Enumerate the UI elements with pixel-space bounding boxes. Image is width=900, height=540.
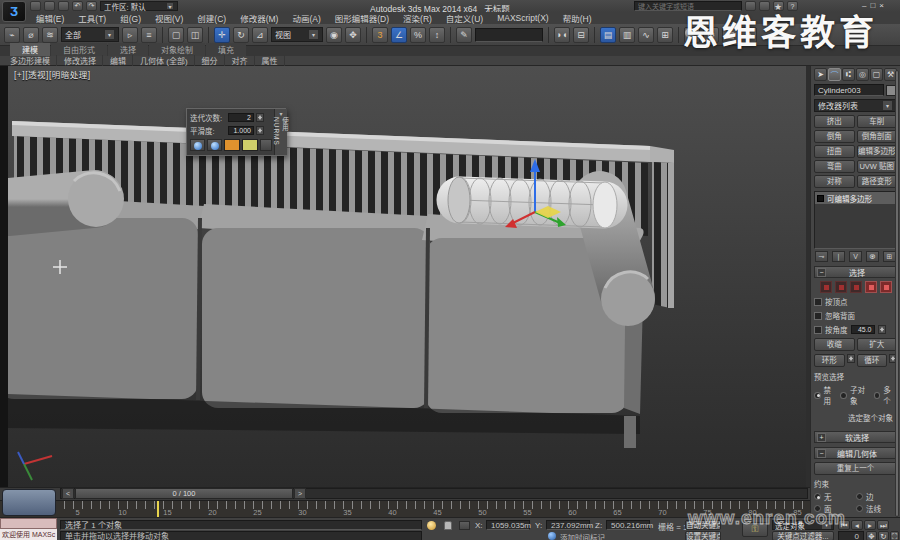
edge-mode-icon[interactable] [835,281,847,293]
selection-rollout-header[interactable]: −选择 [814,266,897,278]
remove-modifier-icon[interactable]: ♼ [866,251,879,262]
ring-button[interactable]: 环形 [814,354,845,367]
grow-button[interactable]: 扩大 [857,338,898,351]
orbit-view-icon[interactable]: ↻ [878,531,889,540]
by-vertex-checkbox[interactable] [814,298,822,306]
prev-frame-icon[interactable]: ◂ [851,520,863,530]
x-coordinate-field[interactable]: 1059.035m [486,520,530,530]
edited-cylinder-object[interactable] [448,177,617,228]
nurms-settings-icon[interactable] [260,139,272,151]
percent-snap-icon[interactable]: % [410,27,426,43]
new-scene-icon[interactable] [30,1,41,11]
curve-editor-icon[interactable]: ∿ [638,27,654,43]
modifier-list-dropdown[interactable]: 修改器列表▾ [814,99,897,112]
unlink-selection-icon[interactable]: ⌀ [23,27,39,43]
ribbon-panel-label[interactable]: 编辑 [104,55,133,66]
window-crossing-icon[interactable]: ◫ [187,27,203,43]
edit-geometry-rollout-header[interactable]: −编辑几何体 [814,447,897,459]
loop-button[interactable]: 循环 [857,354,888,367]
isolate-toggle-icon[interactable] [427,521,436,530]
menu-item[interactable]: MAXScript(X) [491,13,554,23]
rectangular-selection-region-icon[interactable]: ▢ [168,27,184,43]
nurms-title-strip[interactable]: ▾ 使用 NURMS [274,109,287,155]
modifier-button[interactable]: 倒角剖面 [857,130,898,143]
workspace-dropdown[interactable]: 工作区: 默认▾ [100,1,178,11]
select-and-rotate-icon[interactable]: ↻ [233,27,249,43]
vertex-mode-icon[interactable] [820,281,832,293]
ribbon-panel-label[interactable]: 多边形建模 [4,55,57,66]
stack-item[interactable]: 可编辑多边形 [815,192,896,204]
time-slider-next-arrow[interactable]: > [294,488,306,499]
select-object-icon[interactable]: ▹ [122,27,138,43]
modifier-button[interactable]: 扭曲 [814,145,855,158]
time-slider-handle[interactable]: 0 / 100 [75,488,293,499]
time-slider-prev-arrow[interactable]: < [62,488,74,499]
repeat-last-button[interactable]: 重复上一个 [814,462,897,475]
menu-item[interactable]: 修改器(M) [234,12,284,24]
selection-filter-dropdown[interactable]: 全部▾ [61,27,119,42]
modifier-button[interactable]: 弯曲 [814,160,855,173]
selection-lock-icon[interactable] [444,521,452,530]
close-button[interactable]: × [879,1,884,10]
open-file-icon[interactable] [44,1,55,11]
viewport-canvas[interactable] [8,66,806,487]
set-key-button[interactable]: 设置关键点 [685,531,721,540]
preview-subobj-radio[interactable] [840,392,847,399]
current-frame-field[interactable]: 0 [838,531,864,540]
nurms-spinner[interactable] [256,113,264,122]
ribbon-panel-label[interactable]: 修改选择 [58,55,103,66]
modifier-button[interactable]: 车削 [857,115,898,128]
graphite-ribbon-icon[interactable]: ▥ [619,27,635,43]
ribbon-panel-label[interactable]: 对齐 [226,55,255,66]
orange-color-swatch[interactable] [224,139,240,151]
nurms-spinner[interactable] [256,126,264,135]
undo-icon[interactable]: ↶ [72,1,83,11]
shrink-button[interactable]: 收缩 [814,338,855,351]
border-mode-icon[interactable] [850,281,862,293]
mini-listener-button[interactable] [2,489,56,516]
layer-manager-icon[interactable]: ▤ [600,27,616,43]
edit-named-selection-sets-icon[interactable]: ✎ [456,27,472,43]
modifier-button[interactable]: UVW 贴图 [857,160,898,173]
redo-icon[interactable]: ↷ [86,1,97,11]
preview-off-radio[interactable] [814,392,821,399]
pin-stack-icon[interactable]: ⊸ [815,251,828,262]
y-coordinate-field[interactable]: 237.092mm [546,520,590,530]
ribbon-panel-label[interactable]: 细分 [196,55,225,66]
display-tab-icon[interactable]: ▢ [870,68,883,81]
select-and-scale-icon[interactable]: ⊿ [252,27,268,43]
polygon-mode-icon[interactable] [865,281,877,293]
constraint-none-radio[interactable] [814,493,821,500]
minimize-button[interactable]: – [862,1,866,10]
add-time-tag-label[interactable]: 添加时间标记 [560,532,605,540]
modifier-button[interactable]: 编辑多边形 [857,145,898,158]
menu-item[interactable]: 视图(V) [149,12,189,24]
save-file-icon[interactable] [58,1,69,11]
z-coordinate-field[interactable]: 500.216mm [606,520,650,530]
modifier-button[interactable]: 挤出 [814,115,855,128]
preview-multi-radio[interactable] [874,392,881,399]
select-by-name-icon[interactable]: ≡ [141,27,157,43]
snap-toggle-3d-icon[interactable]: 3 [372,27,388,43]
element-mode-icon[interactable] [880,281,892,293]
menu-item[interactable]: 动画(A) [286,12,326,24]
menu-item[interactable]: 自定义(U) [440,12,489,24]
schematic-view-icon[interactable]: ⊞ [657,27,673,43]
select-and-move-icon[interactable]: ✛ [214,27,230,43]
angle-snap-icon[interactable]: ∠ [391,27,407,43]
menu-item[interactable]: 创建(C) [191,12,232,24]
modifier-stack[interactable]: 可编辑多边形 [814,191,897,249]
modifier-button[interactable]: 路径变形 [857,175,898,188]
mirror-icon[interactable]: ◗◖ [554,27,570,43]
select-and-manipulate-icon[interactable]: ✥ [345,27,361,43]
angle-spinner[interactable] [878,325,886,334]
constraint-normal-radio[interactable] [856,505,863,512]
motion-tab-icon[interactable]: ◎ [856,68,869,81]
modifier-button[interactable]: 对称 [814,175,855,188]
menu-item[interactable]: 图形编辑器(D) [329,12,395,24]
current-frame-marker[interactable] [157,501,159,518]
menu-item[interactable]: 工具(T) [72,12,112,24]
hierarchy-tab-icon[interactable]: ⑆ [842,68,855,81]
use-pivot-center-icon[interactable]: ◉ [326,27,342,43]
key-filters-button[interactable]: 关键点过滤器... [772,531,834,540]
